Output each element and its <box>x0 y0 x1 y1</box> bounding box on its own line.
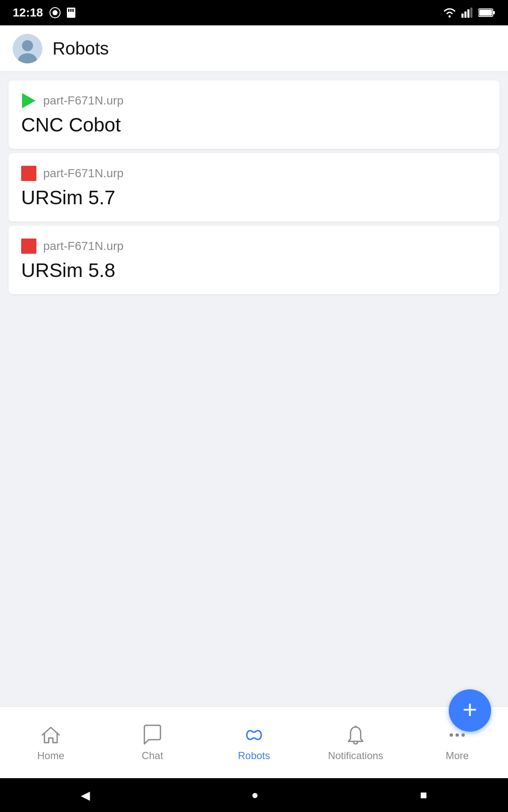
robot-card-1[interactable]: part-F671N.urp CNC Cobot <box>8 80 500 149</box>
robot-3-file: part-F671N.urp <box>43 239 124 253</box>
robot-card-3[interactable]: part-F671N.urp URSim 5.8 <box>8 226 500 294</box>
running-indicator <box>21 93 36 108</box>
play-icon <box>22 93 36 108</box>
avatar <box>13 34 42 63</box>
svg-point-6 <box>449 16 451 18</box>
svg-rect-12 <box>493 11 495 14</box>
svg-point-17 <box>450 733 453 737</box>
avatar-icon <box>13 34 42 63</box>
header: Robots <box>0 25 508 72</box>
svg-rect-9 <box>467 9 469 18</box>
svg-point-15 <box>22 40 33 51</box>
battery-icon <box>478 8 495 17</box>
status-bar-right <box>443 8 495 18</box>
bottom-nav: Home Chat Robots Notifications More <box>0 706 508 778</box>
robot-2-file: part-F671N.urp <box>43 167 124 180</box>
notifications-icon <box>344 724 367 746</box>
svg-rect-4 <box>70 9 72 12</box>
status-bar-left: 12:18 <box>13 6 77 19</box>
chat-label: Chat <box>142 750 163 762</box>
status-time: 12:18 <box>13 6 43 19</box>
recents-button[interactable]: ■ <box>420 788 427 802</box>
home-icon <box>39 724 62 746</box>
svg-rect-7 <box>461 14 464 18</box>
robot-card-1-header: part-F671N.urp <box>21 93 487 108</box>
svg-point-19 <box>461 733 465 737</box>
robot-3-name: URSim 5.8 <box>21 259 487 282</box>
svg-rect-10 <box>470 8 472 18</box>
circle-icon <box>49 7 61 19</box>
robot-2-name: URSim 5.7 <box>21 186 487 209</box>
svg-rect-13 <box>479 10 492 16</box>
robot-card-2[interactable]: part-F671N.urp URSim 5.7 <box>8 153 500 222</box>
robot-1-name: CNC Cobot <box>21 113 487 136</box>
chat-icon <box>141 724 164 746</box>
robots-list: part-F671N.urp CNC Cobot part-F671N.urp … <box>0 72 508 706</box>
page-title: Robots <box>52 38 109 59</box>
home-label: Home <box>37 750 64 762</box>
nav-item-robots[interactable]: Robots <box>203 707 305 778</box>
svg-point-18 <box>456 733 459 737</box>
svg-rect-8 <box>464 11 467 18</box>
nav-item-chat[interactable]: Chat <box>102 707 203 778</box>
robot-card-3-header: part-F671N.urp <box>21 239 487 254</box>
robots-label: Robots <box>238 750 270 762</box>
signal-icon <box>461 8 473 18</box>
stopped-indicator-3 <box>21 239 36 254</box>
status-icons-left <box>49 7 77 19</box>
robot-1-file: part-F671N.urp <box>43 94 124 107</box>
nav-item-home[interactable]: Home <box>0 707 102 778</box>
svg-rect-5 <box>72 9 74 12</box>
plus-icon: + <box>462 697 477 722</box>
back-button[interactable]: ◀ <box>81 788 90 802</box>
system-nav: ◀ ● ■ <box>0 778 508 812</box>
nav-item-notifications[interactable]: Notifications <box>305 707 406 778</box>
home-button[interactable]: ● <box>251 788 259 802</box>
status-bar: 12:18 <box>0 0 508 25</box>
notifications-label: Notifications <box>328 750 384 762</box>
add-robot-button[interactable]: + <box>449 689 491 732</box>
robots-icon <box>243 724 265 746</box>
stopped-indicator-2 <box>21 166 36 181</box>
sd-card-icon <box>65 7 77 19</box>
robot-card-2-header: part-F671N.urp <box>21 166 487 181</box>
more-label: More <box>446 750 469 762</box>
svg-point-1 <box>52 10 58 15</box>
wifi-icon <box>443 8 456 18</box>
svg-rect-3 <box>68 9 69 12</box>
